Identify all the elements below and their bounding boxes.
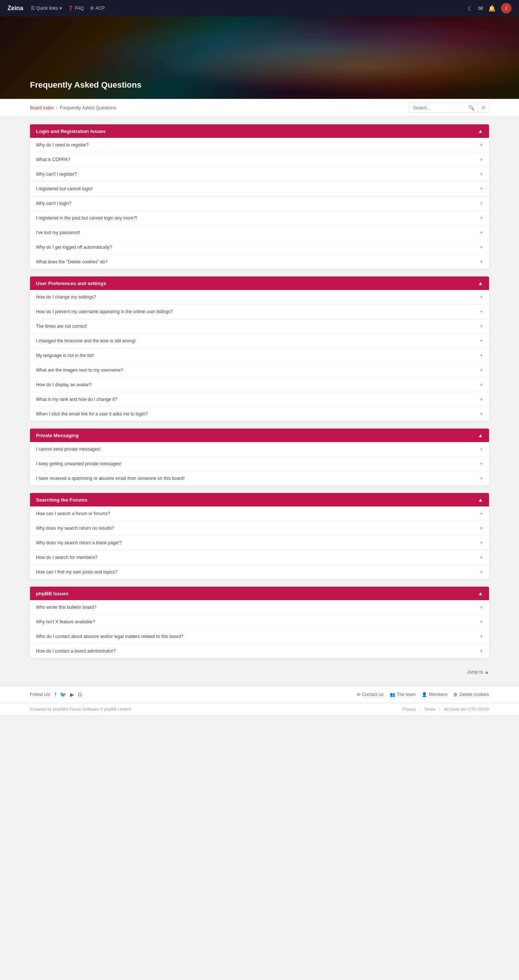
notifications-icon[interactable]: 🔔 (488, 5, 496, 12)
privacy-link[interactable]: Privacy (402, 707, 416, 711)
faq-item-text: Why can't I login? (36, 201, 480, 206)
terms-link[interactable]: Terms (424, 707, 435, 711)
faq-section-search: Searching the Forums▲How can I search a … (30, 493, 489, 579)
faq-item[interactable]: What are the images next to my username?… (30, 363, 489, 378)
expand-icon: + (480, 367, 483, 374)
expand-icon: + (480, 604, 483, 611)
expand-icon: + (480, 525, 483, 531)
the-team-link[interactable]: 👥 The team (390, 692, 416, 697)
twitter-icon[interactable]: 🐦 (60, 692, 66, 698)
faq-item-text: What is my rank and how do I change it? (36, 397, 480, 402)
faq-item[interactable]: What does the "Delete cookies" do?+ (30, 255, 489, 269)
faq-item[interactable]: Who do I contact about abusive and/or le… (30, 629, 489, 644)
faq-item[interactable]: I registered but cannot login!+ (30, 182, 489, 196)
faq-item-text: Why isn't X feature available? (36, 619, 480, 625)
acp-link[interactable]: ⚙ ACP (90, 6, 105, 11)
facebook-icon[interactable]: f (55, 692, 56, 698)
footer-links: ✉ Contact us 👥 The team 👤 Members 🗑 Dele… (357, 692, 489, 697)
faq-item[interactable]: How do I prevent my username appearing i… (30, 305, 489, 319)
expand-icon: + (480, 410, 483, 417)
youtube-icon[interactable]: ▶ (70, 692, 74, 698)
faq-section-header-phpbb[interactable]: phpBB Issues▲ (30, 587, 489, 600)
faq-item[interactable]: How do I contact a board administrator?+ (30, 644, 489, 658)
site-logo[interactable]: Zeina (8, 5, 23, 12)
faq-item[interactable]: Who wrote this bulletin board?+ (30, 600, 489, 615)
quicklinks-label: Quick links (37, 6, 58, 11)
faq-section-header-pm[interactable]: Private Messaging▲ (30, 429, 489, 442)
expand-icon: + (480, 381, 483, 388)
theme-toggle-icon[interactable]: ☾ (468, 5, 473, 12)
expand-icon: + (480, 446, 483, 453)
faq-item[interactable]: When I click the email link for a user i… (30, 407, 489, 421)
faq-section-title: Private Messaging (36, 433, 79, 438)
expand-icon: + (480, 633, 483, 640)
faq-item[interactable]: I cannot send private messages!+ (30, 442, 489, 457)
expand-icon: + (480, 539, 483, 546)
faq-item[interactable]: I've lost my password!+ (30, 226, 489, 240)
members-link[interactable]: 👤 Members (422, 692, 447, 697)
contact-us-link[interactable]: ✉ Contact us (357, 692, 383, 697)
faq-section-header-search[interactable]: Searching the Forums▲ (30, 493, 489, 506)
footer-follow: Follow Us: f 🐦 ▶ G ✉ Contact us 👥 The te… (0, 686, 519, 703)
faq-item[interactable]: Why do I need to register?+ (30, 138, 489, 153)
faq-item[interactable]: The times are not correct!+ (30, 319, 489, 334)
breadcrumb-current: Frequently Asked Questions (60, 105, 116, 110)
members-icon: 👤 (422, 692, 427, 697)
faq-item[interactable]: How can I find my own posts and topics?+ (30, 565, 489, 579)
faq-link[interactable]: ❓ FAQ (68, 6, 84, 11)
jump-to-bar: Jump to ▲ (30, 666, 489, 678)
quicklinks-menu[interactable]: ☰ Quick links ▾ (31, 6, 62, 11)
faq-item[interactable]: I changed the timezone and the time is s… (30, 334, 489, 348)
faq-item[interactable]: I keep getting unwanted private messages… (30, 457, 489, 471)
faq-item[interactable]: What is COPPA?+ (30, 153, 489, 167)
faq-item-text: I've lost my password! (36, 230, 480, 235)
faq-item[interactable]: How can I search a forum or forums?+ (30, 506, 489, 521)
faq-section-title: Searching the Forums (36, 497, 87, 503)
messages-icon[interactable]: ✉ (478, 5, 483, 12)
faq-item[interactable]: Why does my search return no results?+ (30, 521, 489, 536)
navbar-right: ☾ ✉ 🔔 Z (468, 3, 511, 13)
footer-bottom-links: Privacy | Terms | All times are UTC+03:0… (402, 707, 489, 711)
faq-item[interactable]: Why can't I login?+ (30, 196, 489, 211)
faq-item[interactable]: How do I search for members?+ (30, 550, 489, 565)
faq-item[interactable]: My language is not in the list!+ (30, 348, 489, 363)
faq-item[interactable]: Why isn't X feature available?+ (30, 615, 489, 629)
faq-item[interactable]: How do I change my settings?+ (30, 290, 489, 305)
faq-item[interactable]: I registered in the past but cannot logi… (30, 211, 489, 226)
faq-section-header-login[interactable]: Login and Registration Issues▲ (30, 124, 489, 138)
expand-icon: + (480, 396, 483, 403)
expand-icon: + (480, 294, 483, 301)
faq-item[interactable]: I have received a spamming or abusive em… (30, 471, 489, 485)
jump-to-button[interactable]: Jump to ▲ (467, 670, 489, 675)
breadcrumb-home[interactable]: Board index (30, 105, 54, 110)
faq-item-text: How do I search for members? (36, 555, 480, 560)
expand-icon: + (480, 569, 483, 576)
breadcrumb-separator: / (56, 105, 57, 110)
expand-icon: + (480, 200, 483, 207)
faq-item-text: The times are not correct! (36, 324, 480, 329)
footer-bottom: Powered by phpBB® Forum Software © phpBB… (0, 703, 519, 715)
search-button[interactable]: 🔍 (465, 103, 478, 112)
faq-item[interactable]: How do I display an avatar?+ (30, 378, 489, 392)
chevron-up-icon: ▲ (478, 280, 483, 286)
faq-section-title: Login and Registration Issues (36, 129, 106, 134)
faq-item[interactable]: What is my rank and how do I change it?+ (30, 392, 489, 407)
chevron-down-icon: ▾ (60, 6, 62, 11)
faq-section-title: User Preferences and settings (36, 281, 106, 286)
faq-item[interactable]: Why do I get logged off automatically?+ (30, 240, 489, 255)
expand-icon: + (480, 308, 483, 315)
faq-item-text: How do I display an avatar? (36, 382, 480, 387)
search-settings-button[interactable]: ⚙ (478, 103, 489, 112)
expand-icon: + (480, 554, 483, 561)
follow-left: Follow Us: f 🐦 ▶ G (30, 692, 82, 698)
google-icon[interactable]: G (78, 692, 82, 698)
user-avatar[interactable]: Z (501, 3, 511, 13)
faq-item[interactable]: Why does my search return a blank page!?… (30, 536, 489, 550)
faq-section-header-prefs[interactable]: User Preferences and settings▲ (30, 277, 489, 290)
faq-item-text: Who do I contact about abusive and/or le… (36, 634, 480, 639)
delete-cookies-link[interactable]: 🗑 Delete cookies (454, 692, 489, 697)
follow-label: Follow Us: (30, 692, 51, 697)
search-input[interactable] (409, 103, 465, 112)
faq-item[interactable]: Why can't I register?+ (30, 167, 489, 182)
chevron-up-icon: ▲ (478, 590, 483, 597)
